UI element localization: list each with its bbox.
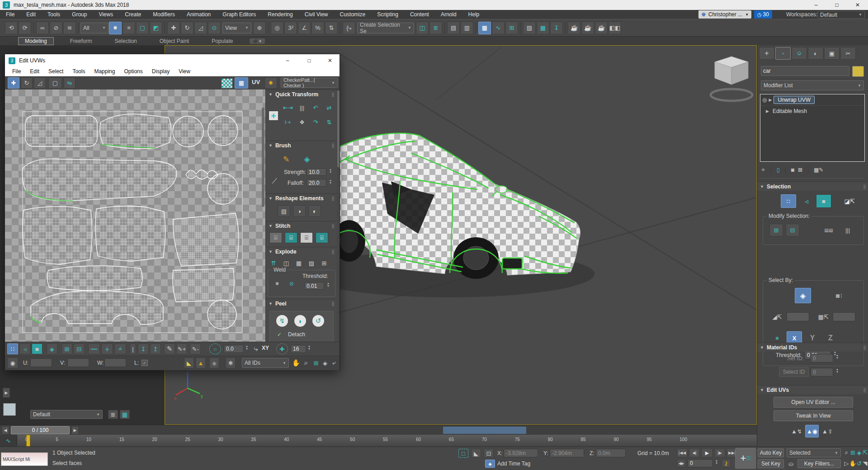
uv-island-door-panel[interactable] xyxy=(95,206,165,261)
uv-island-front-clip[interactable] xyxy=(100,114,171,149)
rollout-scrollbar[interactable] xyxy=(337,90,340,167)
mini-curve-editor-icon[interactable]: ∿ xyxy=(0,435,17,446)
soft-selection-field[interactable]: 0.0 xyxy=(224,345,244,353)
dialog-menu-item[interactable]: File xyxy=(8,68,25,75)
uv-island-door-panel[interactable] xyxy=(23,207,92,264)
rect-selection-region-icon[interactable]: ▢ xyxy=(136,22,149,34)
expand-arrow-icon[interactable]: ▶ xyxy=(769,98,772,102)
trial-timer-badge[interactable]: ◷ 30 xyxy=(754,10,772,19)
quick-planar-map-icon[interactable]: ▲↯ xyxy=(790,425,803,437)
lock-selection-icon[interactable]: ◣ xyxy=(184,357,194,368)
edge-ring-icon[interactable]: ╪ xyxy=(101,343,113,354)
peel-mode-icon[interactable]: ◗ xyxy=(294,315,306,327)
select-by-matid-icon[interactable]: ▦⇱ xyxy=(816,310,830,323)
ribbon-minimize-icon[interactable]: ⚫ ▾ xyxy=(250,38,265,44)
pan-view-icon[interactable]: ✋ xyxy=(850,459,856,467)
soft-selection-icon[interactable]: ○ xyxy=(209,343,221,354)
select-up-icon[interactable]: ↥ xyxy=(150,343,161,354)
dialog-menu-item[interactable]: Tools xyxy=(68,68,90,75)
use-pivot-center-icon[interactable]: ⊕ xyxy=(253,22,266,34)
transform-typein-icon[interactable]: ⊡ xyxy=(484,449,494,458)
window-crossing-icon[interactable]: ◩ xyxy=(150,22,162,34)
falloff-spinner[interactable]: ▲▼ xyxy=(329,179,332,184)
peel-reset-icon[interactable]: ↺ xyxy=(312,315,324,327)
flatten-by-polygon-icon[interactable]: ▦ xyxy=(293,258,305,268)
planar-angle-icon[interactable]: ▩╎ xyxy=(831,288,847,303)
auto-key-button[interactable]: Auto Key xyxy=(758,448,784,457)
stitch-average-icon[interactable]: ⌹ xyxy=(300,232,313,243)
maximize-viewport-icon[interactable]: ◥ xyxy=(862,459,868,467)
v-field[interactable] xyxy=(67,358,89,367)
modify-tab-icon[interactable]: ⍆ xyxy=(775,47,791,60)
vertex-subobject-icon[interactable]: ∷ xyxy=(781,194,796,208)
u-field[interactable] xyxy=(30,358,52,367)
stitch-header[interactable]: ▼Stitch⣿ xyxy=(266,221,337,230)
pin-stack-icon[interactable]: ✧ xyxy=(761,167,765,173)
reshape-elements-header[interactable]: ▼Reshape Elements⣿ xyxy=(266,193,337,203)
dialog-menu-item[interactable]: Options xyxy=(119,68,147,75)
edge-distance-icon[interactable]: ✚ xyxy=(276,343,288,354)
object-color-swatch[interactable] xyxy=(852,66,864,77)
uv-move-icon[interactable]: ✚ xyxy=(8,77,19,89)
set-id-field[interactable]: 0 xyxy=(811,354,833,362)
absolute-offset-icon[interactable]: ◉ xyxy=(7,357,18,368)
move-selected-icon[interactable]: ✚ xyxy=(269,111,278,121)
rectangularize-icon[interactable]: ◐ xyxy=(308,205,321,217)
weld-selected-icon[interactable]: ⦻ xyxy=(285,277,298,289)
brush-header[interactable]: ▼Brush⣿ xyxy=(266,141,337,150)
unlink-icon[interactable]: ⊘ xyxy=(50,22,62,34)
mirror-icon[interactable]: ◫ xyxy=(416,22,429,34)
selection-filter-dropdown[interactable]: All▼ xyxy=(80,23,108,33)
redo-icon[interactable]: ⟳ xyxy=(19,22,31,34)
set-keys-button[interactable]: +⚿ xyxy=(735,448,756,469)
select-by-smoothing-icon[interactable]: ◢⇱ xyxy=(770,310,784,323)
schematic-view-icon[interactable]: ⊞ xyxy=(505,22,518,34)
undo-icon[interactable]: ⟲ xyxy=(5,22,18,34)
percent-snap-icon[interactable]: % xyxy=(311,22,324,34)
select-place-icon[interactable]: ⊙ xyxy=(208,22,221,34)
show-seams-icon[interactable]: ▲◉ xyxy=(805,425,819,437)
flatten-by-material-icon[interactable]: ▨ xyxy=(306,258,317,268)
strength-spinner[interactable]: ▲▼ xyxy=(329,168,332,174)
matid-filter-dropdown[interactable]: All IDs▼ xyxy=(242,358,289,368)
weld-custom-icon[interactable]: ⨳ xyxy=(271,277,283,289)
utilities-tab-icon[interactable]: ✂ xyxy=(840,47,856,60)
convert-seams-icon[interactable]: ▲⇪ xyxy=(821,425,834,437)
make-unique-icon[interactable]: ◙ xyxy=(791,167,794,173)
dialog-menu-item[interactable]: Select xyxy=(44,68,68,75)
peel-header[interactable]: ▼Peel⣿ xyxy=(266,299,337,308)
uv-element-icon[interactable]: ◈ xyxy=(47,343,57,354)
modifier-stack[interactable]: ◎ ▶ Unwrap UVW ▶ Editable Mesh xyxy=(760,94,865,162)
menu-item[interactable]: Civil View xyxy=(299,11,334,18)
select-manipulate-icon[interactable]: ◎ xyxy=(271,22,283,34)
menu-item[interactable]: Content xyxy=(404,11,435,18)
frame-spinner[interactable]: ▲▼ xyxy=(715,459,718,465)
align-horizontal-icon[interactable]: ⇤⇥ xyxy=(282,103,294,113)
pan-icon[interactable]: ✋ xyxy=(292,357,301,368)
zoom-all-icon[interactable]: ⊞ xyxy=(850,448,856,456)
menu-item[interactable]: Tools xyxy=(42,11,66,18)
create-tab-icon[interactable]: + xyxy=(759,47,774,60)
layers-icon[interactable]: ≣ xyxy=(108,410,118,419)
display-mode-dropdown[interactable]: Default▼ xyxy=(30,410,103,419)
hide-selected-icon[interactable]: ◆ xyxy=(209,357,219,368)
paint-select-icon[interactable]: ✎ xyxy=(164,343,175,354)
space-vertical-icon[interactable]: ⇅ xyxy=(324,117,335,127)
explode-header[interactable]: ▼Explode⣿ xyxy=(266,247,337,256)
uv-island-wheel[interactable] xyxy=(208,116,238,146)
dialog-menu-item[interactable]: View xyxy=(174,68,195,75)
menu-item[interactable]: Arnold xyxy=(435,11,462,18)
uv-island-wheel[interactable] xyxy=(208,174,238,204)
uv-island-mesh-part[interactable] xyxy=(173,268,234,302)
select-object-icon[interactable]: ◽ xyxy=(109,22,122,34)
selection-set-combo[interactable]: Create Selection Se▼ xyxy=(357,23,414,33)
named-selection-sets-icon[interactable]: {⤷ xyxy=(343,22,355,34)
straighten-element-icon[interactable]: ◑ xyxy=(293,205,306,217)
tile-checker-icon[interactable] xyxy=(221,78,233,89)
ring-selection-icon[interactable]: ||| xyxy=(840,224,855,236)
freeze-selected-icon[interactable]: ❄ xyxy=(226,357,236,368)
uv-mirror-icon[interactable]: ⇋ xyxy=(64,77,75,89)
dialog-menu-item[interactable]: Display xyxy=(147,68,174,75)
align-vertical-icon[interactable]: ||| xyxy=(297,103,307,113)
uv-island-wheel[interactable] xyxy=(208,300,236,329)
